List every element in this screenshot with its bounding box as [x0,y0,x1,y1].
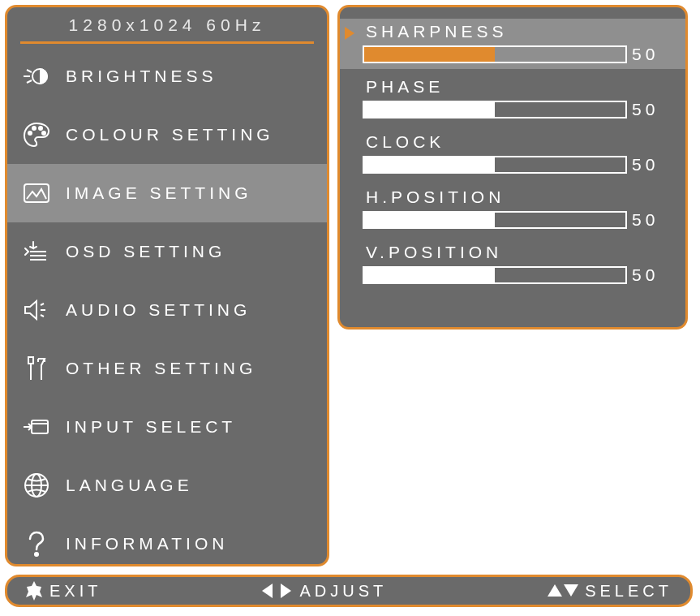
slider-clock-value: 50 [632,155,668,174]
question-icon [22,529,51,558]
menu-item-colour-label: COLOUR SETTING [66,125,274,144]
slider-phase[interactable]: PHASE 50 [340,74,685,124]
globe-icon [22,471,51,500]
footer-adjust-label: ADJUST [299,582,387,601]
slider-vposition[interactable]: V.POSITION 50 [340,239,685,290]
slider-phase-fill [364,102,495,117]
menu-item-audio-label: AUDIO SETTING [66,300,251,320]
slider-hposition-value: 50 [632,210,668,230]
input-icon [22,412,51,442]
footer-select-label: SELECT [585,582,672,601]
svg-line-14 [41,315,44,317]
slider-sharpness[interactable]: SHARPNESS 50 [340,19,685,69]
slider-vposition-track[interactable] [363,266,627,284]
menu-item-language[interactable]: LANGUAGE [7,456,327,515]
menu-item-image[interactable]: IMAGE SETTING [7,164,327,222]
menu-item-other[interactable]: OTHER SETTING [7,339,327,398]
slider-phase-label: PHASE [366,77,668,97]
footer-bar: EXIT ADJUST SELECT [5,575,693,607]
slider-phase-track[interactable] [363,101,627,118]
menu-item-information[interactable]: INFORMATION [7,515,327,566]
svg-line-2 [27,70,32,72]
slider-phase-value: 50 [632,100,668,119]
menu-item-brightness-label: BRIGHTNESS [66,67,217,86]
svg-rect-19 [32,420,48,433]
slider-clock-fill [364,157,495,172]
menu-item-image-label: IMAGE SETTING [66,183,252,203]
menu-item-audio[interactable]: AUDIO SETTING [7,281,327,339]
menu-item-other-label: OTHER SETTING [66,359,256,378]
slider-clock-track[interactable] [363,156,627,174]
footer-adjust[interactable]: ADJUST [260,581,387,601]
slider-hposition[interactable]: H.POSITION 50 [340,184,685,235]
slider-vposition-label: V.POSITION [366,243,668,262]
slider-clock[interactable]: CLOCK 50 [340,129,685,179]
slider-hposition-label: H.POSITION [366,187,668,207]
exit-icon [25,581,43,601]
tools-icon [22,354,51,383]
slider-vposition-fill [364,268,495,282]
slider-vposition-value: 50 [632,265,668,285]
left-right-arrows-icon [260,581,293,601]
osd-icon [22,237,51,266]
footer-select[interactable]: SELECT [546,581,672,601]
menu-item-language-label: LANGUAGE [66,476,193,495]
resolution-header: 1280x1024 60Hz [7,14,327,41]
slider-sharpness-fill [364,47,495,62]
svg-rect-8 [24,184,49,202]
footer-exit-label: EXIT [49,582,101,601]
settings-panel: SHARPNESS 50 PHASE 50 CLOCK [337,5,688,330]
brightness-icon [22,62,51,91]
slider-hposition-fill [364,213,495,227]
header-divider [20,41,314,44]
slider-sharpness-value: 50 [632,45,668,64]
slider-hposition-track[interactable] [363,211,627,229]
speaker-icon [22,295,51,325]
up-down-arrows-icon [546,581,578,601]
menu-item-osd-label: OSD SETTING [66,242,225,261]
svg-rect-15 [28,357,33,364]
main-menu-panel: 1280x1024 60Hz BRIGHTNESS [5,5,329,566]
menu-item-input-label: INPUT SELECT [66,417,236,437]
footer-exit[interactable]: EXIT [25,581,101,601]
svg-point-6 [39,127,42,130]
slider-clock-label: CLOCK [366,132,668,152]
svg-point-24 [35,553,38,556]
svg-point-7 [42,131,45,135]
menu-item-brightness[interactable]: BRIGHTNESS [7,47,327,106]
menu-item-osd[interactable]: OSD SETTING [7,222,327,281]
menu-item-information-label: INFORMATION [66,534,228,554]
menu-item-colour[interactable]: COLOUR SETTING [7,106,327,164]
image-icon [22,179,51,208]
svg-line-3 [27,80,32,83]
palette-icon [22,120,51,149]
slider-sharpness-label: SHARPNESS [366,22,668,41]
slider-sharpness-track[interactable] [363,45,627,63]
svg-point-4 [28,131,32,135]
svg-line-12 [41,304,44,305]
menu-item-input[interactable]: INPUT SELECT [7,398,327,456]
svg-point-5 [32,127,36,130]
